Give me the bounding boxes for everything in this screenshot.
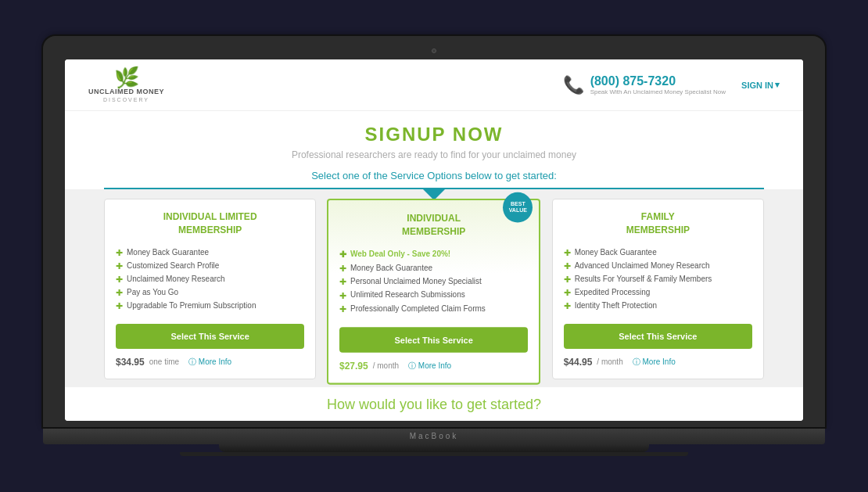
feature-item: ✚Money Back Guarantee — [564, 246, 752, 260]
check-icon: ✚ — [339, 290, 346, 300]
phone-area: 📞 (800) 875-7320 Speak With An Unclaimed… — [563, 74, 726, 95]
phone-subtitle: Speak With An Unclaimed Money Specialist… — [590, 88, 726, 95]
price-period: / month — [373, 361, 399, 370]
select-service-button-family[interactable]: Select This Service — [564, 324, 752, 349]
plan-title-individual-limited: INDIVIDUAL LIMITED MEMBERSHIP — [116, 210, 304, 237]
check-icon: ✚ — [339, 263, 346, 273]
plans-grid: INDIVIDUAL LIMITED MEMBERSHIP ✚Money Bac… — [104, 199, 764, 381]
best-value-badge: BEST VALUE — [504, 192, 533, 223]
select-service-button-individual[interactable]: Select This Service — [339, 327, 528, 353]
dropdown-icon: ▾ — [775, 80, 780, 90]
plan-individual-limited: INDIVIDUAL LIMITED MEMBERSHIP ✚Money Bac… — [104, 199, 316, 379]
screen-content: 🌿 Unclaimed Money Discovery 📞 (800) 875-… — [65, 59, 803, 420]
select-prompt: Select one of the Service Options below … — [104, 170, 764, 189]
plan-footer-individual: $27.95 / month ⓘ More Info — [339, 361, 528, 372]
check-icon: ✚ — [564, 275, 571, 285]
price: $27.95 — [339, 361, 368, 372]
more-info-link[interactable]: ⓘ More Info — [633, 357, 676, 368]
check-icon: ✚ — [339, 303, 346, 314]
bottom-tagline: How would you like to get started? — [65, 387, 803, 421]
features-individual-limited: ✚Money Back Guarantee ✚Customized Search… — [116, 246, 304, 313]
laptop-container: 🌿 Unclaimed Money Discovery 📞 (800) 875-… — [43, 36, 825, 455]
feature-item: ✚Upgradable To Premium Subscription — [116, 300, 304, 313]
more-info-link[interactable]: ⓘ More Info — [408, 361, 451, 372]
select-service-button-individual-limited[interactable]: Select This Service — [116, 324, 304, 349]
check-icon: ✚ — [564, 288, 571, 298]
features-family: ✚Money Back Guarantee ✚Advanced Unclaime… — [564, 246, 752, 313]
price: $44.95 — [564, 357, 593, 368]
laptop-stand — [219, 444, 649, 452]
check-icon: ✚ — [564, 301, 571, 311]
logo-icon: 🌿 — [114, 67, 139, 88]
feature-item: ✚Unclaimed Money Research — [116, 273, 304, 286]
check-icon: ✚ — [564, 261, 571, 271]
logo-area: 🌿 Unclaimed Money Discovery — [88, 67, 164, 102]
feature-item: ✚Customized Search Profile — [116, 260, 304, 273]
signin-button[interactable]: SIGN IN ▾ — [741, 80, 780, 90]
plan-footer-individual-limited: $34.95 one time ⓘ More Info — [116, 357, 304, 368]
plan-family: FAMILY MEMBERSHIP ✚Money Back Guarantee … — [552, 199, 764, 379]
laptop-foot — [180, 452, 688, 456]
feature-item: ✚Advanced Unclaimed Money Research — [564, 260, 752, 273]
check-icon: ✚ — [116, 288, 123, 298]
plan-individual: BEST VALUE INDIVIDUAL MEMBERSHIP ✚Web De… — [327, 199, 540, 384]
more-info-link[interactable]: ⓘ More Info — [188, 357, 231, 368]
laptop-screen-bezel: 🌿 Unclaimed Money Discovery 📞 (800) 875-… — [43, 36, 825, 426]
price-period: one time — [149, 357, 179, 366]
plan-title-individual: INDIVIDUAL MEMBERSHIP — [339, 211, 528, 238]
site-header: 🌿 Unclaimed Money Discovery 📞 (800) 875-… — [65, 59, 803, 111]
logo-subtext: Discovery — [103, 97, 149, 102]
check-icon: ✚ — [564, 248, 571, 258]
laptop-base: MacBook — [43, 427, 825, 444]
header-right: 📞 (800) 875-7320 Speak With An Unclaimed… — [563, 74, 780, 95]
camera-dot — [432, 48, 436, 53]
plans-section: INDIVIDUAL LIMITED MEMBERSHIP ✚Money Bac… — [65, 189, 803, 387]
signup-subtitle: Professional researchers are ready to fi… — [104, 149, 764, 160]
feature-item: ✚Pay as You Go — [116, 286, 304, 300]
phone-number: (800) 875-7320 — [590, 74, 726, 88]
phone-icon: 📞 — [563, 75, 584, 95]
check-icon: ✚ — [339, 277, 346, 287]
check-icon: ✚ — [339, 250, 346, 260]
plan-footer-family: $44.95 / month ⓘ More Info — [564, 357, 752, 368]
feature-item: ✚Unlimited Research Submissions — [339, 289, 528, 302]
check-icon: ✚ — [116, 248, 123, 258]
price-period: / month — [597, 357, 622, 366]
feature-item: ✚Money Back Guarantee — [116, 246, 304, 260]
plan-title-family: FAMILY MEMBERSHIP — [564, 210, 752, 237]
check-icon: ✚ — [116, 301, 123, 311]
main-content: SIGNUP NOW Professional researchers are … — [65, 111, 803, 189]
features-individual: ✚Web Deal Only - Save 20%! ✚Money Back G… — [339, 248, 528, 316]
feature-item: ✚Personal Unclaimed Money Specialist — [339, 275, 528, 289]
check-icon: ✚ — [116, 261, 123, 271]
logo-text: Unclaimed Money — [88, 88, 164, 97]
price: $34.95 — [116, 357, 145, 368]
laptop-brand: MacBook — [410, 432, 459, 440]
signup-title: SIGNUP NOW — [104, 124, 764, 145]
feature-item: ✚Results For Yourself & Family Members — [564, 273, 752, 286]
feature-item: ✚Professionally Completed Claim Forms — [339, 302, 528, 315]
check-icon: ✚ — [116, 275, 123, 285]
feature-item: ✚Money Back Guarantee — [339, 261, 528, 275]
feature-item: ✚Identity Theft Protection — [564, 300, 752, 313]
feature-item-highlight: ✚Web Deal Only - Save 20%! — [339, 248, 528, 261]
feature-item: ✚Expedited Processing — [564, 286, 752, 300]
